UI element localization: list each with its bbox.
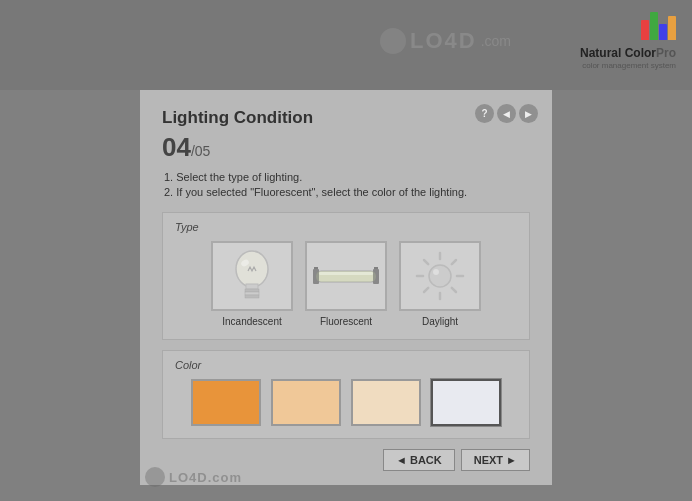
instructions-area: 1. Select the type of lighting. 2. If yo… [162,171,530,198]
fluorescent-icon-box [305,241,387,311]
color-section-label: Color [175,359,517,371]
brand-color-pro: Pro [656,46,676,60]
svg-rect-3 [245,292,259,295]
svg-point-15 [429,265,451,287]
type-option-fluorescent[interactable]: Fluorescent [305,241,387,327]
svg-line-22 [451,260,455,264]
svg-line-20 [424,260,428,264]
svg-rect-2 [245,289,259,292]
brand-text: Natural ColorPro [580,43,676,61]
nav-prev-icon[interactable]: ◀ [497,104,516,123]
watermark-circle-icon [380,28,406,54]
svg-rect-1 [246,284,258,289]
type-option-incandescent[interactable]: Incandescent [211,241,293,327]
color-swatch-warm-light[interactable] [271,379,341,426]
svg-point-0 [236,251,268,287]
bottom-watermark-text: LO4D.com [169,470,242,485]
inner-panel: ? ◀ ▶ Lighting Condition 04/05 1. Select… [140,90,552,485]
color-swatch-warm-orange[interactable] [191,379,261,426]
svg-line-21 [451,287,455,291]
brand-icon [641,12,676,40]
color-swatch-neutral-warm[interactable] [351,379,421,426]
incandescent-icon-box [211,241,293,311]
daylight-icon-box [399,241,481,311]
help-icon[interactable]: ? [475,104,494,123]
type-option-daylight[interactable]: Daylight [399,241,481,327]
incandescent-label: Incandescent [222,316,282,327]
step-current: 04 [162,132,191,162]
type-section-label: Type [175,221,517,233]
next-button[interactable]: NEXT ► [461,449,530,471]
color-section: Color [162,350,530,439]
color-swatch-cool-white[interactable] [431,379,501,426]
bulb-icon [230,249,275,304]
type-section: Type [162,212,530,340]
back-button[interactable]: ◄ BACK [383,449,455,471]
sun-icon [413,249,468,304]
fluorescent-label: Fluorescent [320,316,372,327]
watermark-dot-com: .com [481,33,511,49]
top-bar: LO4D .com Natural ColorPro color managem… [0,0,692,90]
fluorescent-icon [311,259,381,294]
bottom-watermark-circle-icon [145,467,165,487]
instruction-2: 2. If you selected "Fluorescent", select… [164,186,530,198]
svg-point-24 [433,269,439,275]
svg-rect-10 [316,271,376,282]
app-background: LO4D .com Natural ColorPro color managem… [0,0,692,501]
bottom-watermark: LO4D.com [145,467,242,487]
instruction-1: 1. Select the type of lighting. [164,171,530,183]
color-swatches [175,379,517,426]
svg-line-23 [424,287,428,291]
top-watermark: LO4D .com [380,28,511,54]
brand-natural: Natural Color [580,46,656,60]
help-icons-area: ? ◀ ▶ [475,104,538,123]
brand-subtitle: color management system [582,61,676,70]
step-total: 05 [195,143,211,159]
page-number: 04/05 [162,132,530,163]
daylight-label: Daylight [422,316,458,327]
type-options: Incandescent [175,241,517,327]
brand-logo-area: Natural ColorPro color management system [580,12,676,70]
watermark-text: LO4D [410,28,477,54]
nav-next-icon[interactable]: ▶ [519,104,538,123]
svg-rect-4 [245,295,259,298]
